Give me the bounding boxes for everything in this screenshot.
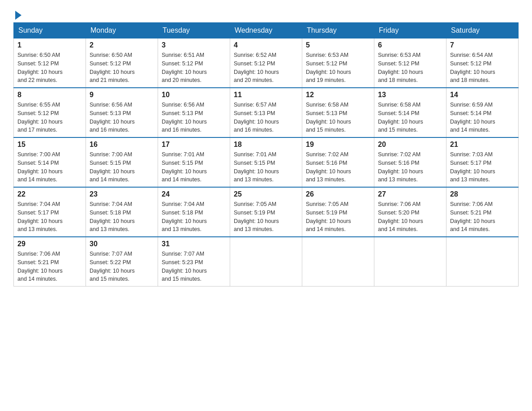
calendar-cell: 3Sunrise: 6:51 AMSunset: 5:12 PMDaylight… xyxy=(158,39,230,88)
calendar-header: SundayMondayTuesdayWednesdayThursdayFrid… xyxy=(14,23,519,39)
calendar-week-1: 1Sunrise: 6:50 AMSunset: 5:12 PMDaylight… xyxy=(14,39,519,88)
header-day-monday: Monday xyxy=(86,23,158,39)
day-number: 15 xyxy=(17,141,82,149)
day-info: Sunrise: 7:06 AMSunset: 5:21 PMDaylight:… xyxy=(17,250,82,283)
day-number: 17 xyxy=(162,141,226,149)
day-number: 1 xyxy=(17,41,82,49)
header-day-wednesday: Wednesday xyxy=(230,23,302,39)
day-info: Sunrise: 6:57 AMSunset: 5:13 PMDaylight:… xyxy=(234,101,298,134)
day-number: 22 xyxy=(17,190,82,198)
calendar-cell: 18Sunrise: 7:01 AMSunset: 5:15 PMDayligh… xyxy=(230,137,302,187)
calendar-cell: 22Sunrise: 7:04 AMSunset: 5:17 PMDayligh… xyxy=(14,187,86,237)
calendar-cell: 5Sunrise: 6:53 AMSunset: 5:12 PMDaylight… xyxy=(302,39,374,88)
day-number: 14 xyxy=(450,91,515,99)
day-number: 18 xyxy=(234,141,298,149)
day-number: 24 xyxy=(162,190,226,198)
day-number: 9 xyxy=(90,91,154,99)
calendar-cell: 25Sunrise: 7:05 AMSunset: 5:19 PMDayligh… xyxy=(230,187,302,237)
day-info: Sunrise: 7:02 AMSunset: 5:16 PMDaylight:… xyxy=(378,150,442,184)
day-info: Sunrise: 6:56 AMSunset: 5:13 PMDaylight:… xyxy=(162,101,226,134)
day-number: 31 xyxy=(162,240,226,248)
day-number: 11 xyxy=(234,91,298,99)
day-info: Sunrise: 7:00 AMSunset: 5:14 PMDaylight:… xyxy=(17,150,82,184)
day-info: Sunrise: 6:55 AMSunset: 5:12 PMDaylight:… xyxy=(17,101,82,134)
calendar-cell: 28Sunrise: 7:06 AMSunset: 5:21 PMDayligh… xyxy=(446,187,519,237)
calendar-cell: 17Sunrise: 7:01 AMSunset: 5:15 PMDayligh… xyxy=(158,137,230,187)
day-info: Sunrise: 7:04 AMSunset: 5:18 PMDaylight:… xyxy=(162,200,226,234)
calendar-cell xyxy=(302,237,374,287)
day-info: Sunrise: 7:00 AMSunset: 5:15 PMDaylight:… xyxy=(90,150,154,184)
logo-arrow-icon xyxy=(15,11,21,20)
calendar-cell: 27Sunrise: 7:06 AMSunset: 5:20 PMDayligh… xyxy=(374,187,446,237)
calendar-cell: 16Sunrise: 7:00 AMSunset: 5:15 PMDayligh… xyxy=(86,137,158,187)
calendar-cell: 13Sunrise: 6:58 AMSunset: 5:14 PMDayligh… xyxy=(374,88,446,137)
day-info: Sunrise: 7:01 AMSunset: 5:15 PMDaylight:… xyxy=(162,150,226,184)
calendar-cell: 26Sunrise: 7:05 AMSunset: 5:19 PMDayligh… xyxy=(302,187,374,237)
day-info: Sunrise: 6:50 AMSunset: 5:12 PMDaylight:… xyxy=(17,51,82,85)
header-day-sunday: Sunday xyxy=(14,23,86,39)
calendar-cell: 12Sunrise: 6:58 AMSunset: 5:13 PMDayligh… xyxy=(302,88,374,137)
calendar-cell xyxy=(374,237,446,287)
day-number: 4 xyxy=(234,41,298,49)
day-info: Sunrise: 6:50 AMSunset: 5:12 PMDaylight:… xyxy=(90,51,154,85)
day-number: 16 xyxy=(90,141,154,149)
day-info: Sunrise: 6:51 AMSunset: 5:12 PMDaylight:… xyxy=(162,51,226,85)
day-info: Sunrise: 6:53 AMSunset: 5:12 PMDaylight:… xyxy=(306,51,370,85)
day-info: Sunrise: 7:04 AMSunset: 5:18 PMDaylight:… xyxy=(90,200,154,234)
calendar-cell: 10Sunrise: 6:56 AMSunset: 5:13 PMDayligh… xyxy=(158,88,230,137)
day-number: 6 xyxy=(378,41,442,49)
calendar-cell: 7Sunrise: 6:54 AMSunset: 5:12 PMDaylight… xyxy=(446,39,519,88)
day-info: Sunrise: 6:54 AMSunset: 5:12 PMDaylight:… xyxy=(450,51,515,85)
day-number: 25 xyxy=(234,190,298,198)
day-info: Sunrise: 7:06 AMSunset: 5:20 PMDaylight:… xyxy=(378,200,442,234)
header-row: SundayMondayTuesdayWednesdayThursdayFrid… xyxy=(14,23,519,39)
day-number: 30 xyxy=(90,240,154,248)
calendar-cell: 23Sunrise: 7:04 AMSunset: 5:18 PMDayligh… xyxy=(86,187,158,237)
calendar-week-4: 22Sunrise: 7:04 AMSunset: 5:17 PMDayligh… xyxy=(14,187,519,237)
day-info: Sunrise: 7:01 AMSunset: 5:15 PMDaylight:… xyxy=(234,150,298,184)
calendar-cell: 30Sunrise: 7:07 AMSunset: 5:22 PMDayligh… xyxy=(86,237,158,287)
day-info: Sunrise: 6:56 AMSunset: 5:13 PMDaylight:… xyxy=(90,101,154,134)
day-number: 23 xyxy=(90,190,154,198)
header-day-tuesday: Tuesday xyxy=(158,23,230,39)
day-number: 8 xyxy=(17,91,82,99)
day-info: Sunrise: 7:02 AMSunset: 5:16 PMDaylight:… xyxy=(306,150,370,184)
calendar-cell: 19Sunrise: 7:02 AMSunset: 5:16 PMDayligh… xyxy=(302,137,374,187)
calendar-cell: 20Sunrise: 7:02 AMSunset: 5:16 PMDayligh… xyxy=(374,137,446,187)
day-number: 2 xyxy=(90,41,154,49)
header-day-friday: Friday xyxy=(374,23,446,39)
day-number: 21 xyxy=(450,141,515,149)
day-info: Sunrise: 7:05 AMSunset: 5:19 PMDaylight:… xyxy=(306,200,370,234)
calendar-cell: 29Sunrise: 7:06 AMSunset: 5:21 PMDayligh… xyxy=(14,237,86,287)
day-number: 10 xyxy=(162,91,226,99)
day-number: 29 xyxy=(17,240,82,248)
header-day-thursday: Thursday xyxy=(302,23,374,39)
day-number: 5 xyxy=(306,41,370,49)
calendar-week-2: 8Sunrise: 6:55 AMSunset: 5:12 PMDaylight… xyxy=(14,88,519,137)
calendar-table: SundayMondayTuesdayWednesdayThursdayFrid… xyxy=(13,22,519,287)
logo-top xyxy=(13,9,21,20)
day-info: Sunrise: 6:52 AMSunset: 5:12 PMDaylight:… xyxy=(234,51,298,85)
header-day-saturday: Saturday xyxy=(446,23,519,39)
day-number: 26 xyxy=(306,190,370,198)
day-number: 28 xyxy=(450,190,515,198)
day-info: Sunrise: 7:03 AMSunset: 5:17 PMDaylight:… xyxy=(450,150,515,184)
day-info: Sunrise: 6:59 AMSunset: 5:14 PMDaylight:… xyxy=(450,101,515,134)
calendar-week-3: 15Sunrise: 7:00 AMSunset: 5:14 PMDayligh… xyxy=(14,137,519,187)
calendar-cell: 14Sunrise: 6:59 AMSunset: 5:14 PMDayligh… xyxy=(446,88,519,137)
day-info: Sunrise: 7:05 AMSunset: 5:19 PMDaylight:… xyxy=(234,200,298,234)
calendar-cell: 31Sunrise: 7:07 AMSunset: 5:23 PMDayligh… xyxy=(158,237,230,287)
day-number: 20 xyxy=(378,141,442,149)
calendar-week-5: 29Sunrise: 7:06 AMSunset: 5:21 PMDayligh… xyxy=(14,237,519,287)
calendar-cell xyxy=(446,237,519,287)
calendar-cell: 1Sunrise: 6:50 AMSunset: 5:12 PMDaylight… xyxy=(14,39,86,88)
calendar-body: 1Sunrise: 6:50 AMSunset: 5:12 PMDaylight… xyxy=(14,39,519,287)
day-number: 19 xyxy=(306,141,370,149)
logo xyxy=(13,9,21,18)
day-info: Sunrise: 7:04 AMSunset: 5:17 PMDaylight:… xyxy=(17,200,82,234)
calendar-cell xyxy=(230,237,302,287)
day-info: Sunrise: 6:58 AMSunset: 5:14 PMDaylight:… xyxy=(378,101,442,134)
calendar-cell: 4Sunrise: 6:52 AMSunset: 5:12 PMDaylight… xyxy=(230,39,302,88)
day-number: 7 xyxy=(450,41,515,49)
day-info: Sunrise: 7:07 AMSunset: 5:22 PMDaylight:… xyxy=(90,250,154,283)
